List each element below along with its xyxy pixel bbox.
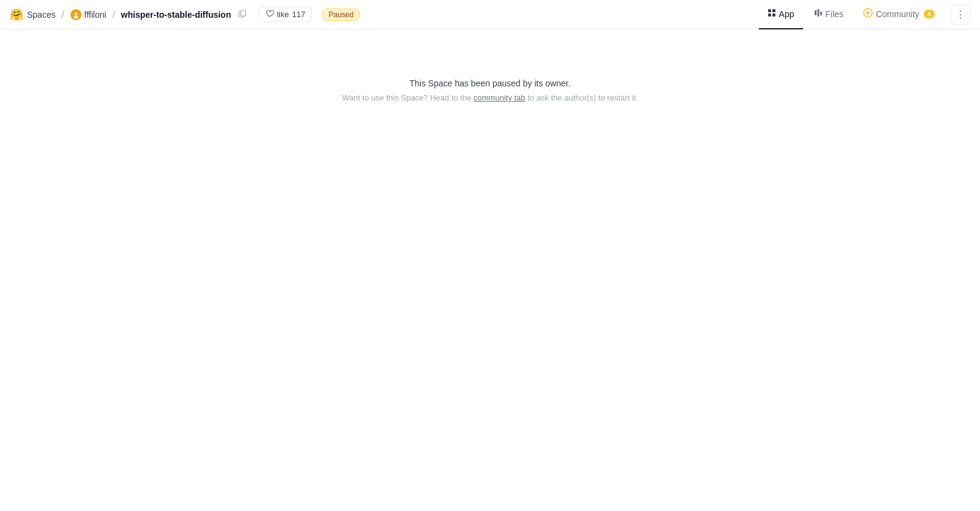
svg-rect-11 bbox=[820, 12, 822, 15]
owner-link[interactable]: fffiloni bbox=[70, 9, 107, 20]
svg-rect-7 bbox=[768, 13, 771, 17]
like-button[interactable]: like 117 bbox=[258, 7, 312, 22]
more-options-button[interactable]: ⋮ bbox=[951, 5, 970, 25]
header-left: 🤗 Spaces / fffiloni / whisper-to-stable-… bbox=[10, 7, 360, 22]
svg-rect-6 bbox=[772, 9, 775, 12]
tab-app[interactable]: App bbox=[759, 0, 803, 29]
tab-files-label: Files bbox=[826, 9, 844, 19]
like-count: 117 bbox=[292, 10, 306, 19]
paused-subtitle-after: to ask the author(s) to restart it. bbox=[526, 93, 638, 102]
more-icon: ⋮ bbox=[956, 9, 965, 20]
files-icon bbox=[814, 9, 823, 19]
breadcrumb-separator-2: / bbox=[113, 10, 115, 20]
header-right: App Files Community 4 bbox=[759, 0, 970, 29]
svg-point-1 bbox=[74, 12, 77, 15]
paused-title: This Space has been paused by its owner. bbox=[409, 78, 570, 88]
svg-rect-4 bbox=[241, 10, 246, 16]
svg-point-13 bbox=[867, 12, 870, 15]
svg-point-2 bbox=[74, 15, 78, 18]
spaces-label: Spaces bbox=[27, 10, 56, 20]
svg-rect-10 bbox=[817, 9, 819, 17]
breadcrumb-separator: / bbox=[62, 10, 64, 20]
paused-subtitle-before: Want to use this Space? Head to the bbox=[342, 93, 473, 102]
header: 🤗 Spaces / fffiloni / whisper-to-stable-… bbox=[0, 0, 980, 29]
owner-avatar bbox=[70, 9, 81, 20]
tab-files[interactable]: Files bbox=[805, 0, 853, 29]
paused-subtitle: Want to use this Space? Head to the comm… bbox=[342, 93, 638, 102]
community-icon bbox=[863, 8, 873, 20]
tab-app-label: App bbox=[779, 9, 794, 19]
owner-name: fffiloni bbox=[85, 10, 107, 20]
svg-rect-5 bbox=[768, 9, 771, 12]
spaces-link[interactable]: 🤗 Spaces bbox=[10, 8, 56, 21]
like-label: like bbox=[277, 10, 289, 19]
copy-icon[interactable] bbox=[238, 10, 246, 20]
svg-rect-8 bbox=[772, 13, 775, 17]
community-tab-link[interactable]: community tab bbox=[473, 93, 526, 102]
tab-community-label: Community bbox=[876, 9, 919, 19]
repo-name: whisper-to-stable-diffusion bbox=[121, 10, 232, 20]
app-icon bbox=[767, 9, 776, 19]
svg-rect-9 bbox=[815, 10, 816, 15]
paused-badge: Paused bbox=[322, 9, 360, 21]
tab-community[interactable]: Community 4 bbox=[854, 0, 943, 29]
main-content: This Space has been paused by its owner.… bbox=[0, 29, 980, 151]
heart-icon bbox=[265, 9, 274, 20]
community-count-badge: 4 bbox=[924, 10, 935, 18]
spaces-emoji-icon: 🤗 bbox=[10, 8, 23, 21]
